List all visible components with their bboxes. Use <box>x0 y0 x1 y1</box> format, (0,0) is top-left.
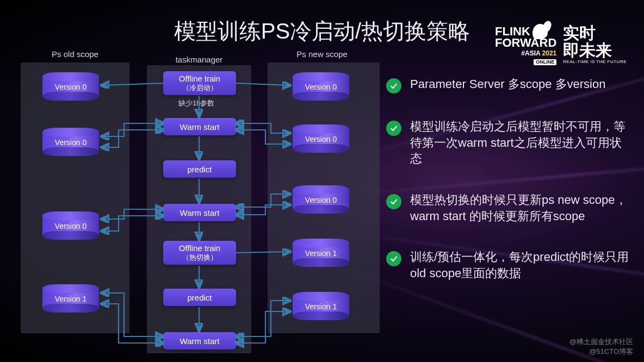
node-offline-hot: Offline train（热切换） <box>163 241 236 265</box>
cyl-label: Version 1 <box>42 295 99 303</box>
logo-online: ONLINE <box>534 59 556 65</box>
ps-old-v0-c: Version 0 <box>42 211 99 240</box>
ps-new-v1-b: Version 1 <box>293 292 349 320</box>
cyl-label: Version 0 <box>293 135 349 143</box>
cyl-label: Version 0 <box>42 222 99 230</box>
logo-cn-sub: REAL-TIME IS THE FUTURE <box>563 60 627 64</box>
logo-forward: FORWARD <box>495 37 556 49</box>
cyl-label: Version 1 <box>293 249 349 258</box>
node-predict-2: predict <box>163 289 236 306</box>
node-predict-1: predict <box>163 160 236 178</box>
ps-old-v0-a: Version 0 <box>42 72 99 101</box>
col-label-old: Ps old scope <box>21 49 129 59</box>
cyl-label: Version 0 <box>42 83 99 91</box>
cyl-label: Version 0 <box>293 196 349 204</box>
node-label: Offline train <box>179 244 220 253</box>
logo-year: 2021 <box>542 49 557 57</box>
watermark-line: @51CTO博客 <box>569 347 633 357</box>
node-offline-cold: Offline train（冷启动） <box>163 71 236 95</box>
bullet-text: 模型训练冷启动之后模型暂时不可用，等待第一次warm start之后模型进入可用… <box>410 118 633 167</box>
check-icon <box>386 121 401 136</box>
node-label: predict <box>187 293 212 302</box>
squirrel-icon <box>532 24 548 39</box>
event-logo: FLINK FORWARD #ASIA 2021 ONLINE 实时 即未来 R… <box>495 24 627 65</box>
bullet-text: 模型热切换的时候只更新ps new scope，warm start 的时候更新… <box>410 192 633 224</box>
node-sublabel: （冷启动） <box>182 83 218 93</box>
logo-cn-2: 即未来 <box>563 42 627 59</box>
ps-old-v0-b: Version 0 <box>42 128 99 156</box>
node-warm-1: Warm start <box>163 118 236 135</box>
bullet-item: 模型热切换的时候只更新ps new scope，warm start 的时候更新… <box>386 192 633 224</box>
cyl-label: Version 1 <box>293 302 349 311</box>
ps-new-v0-a: Version 0 <box>293 72 349 101</box>
bullet-item: Parameter Server 多scope 多version <box>386 76 633 93</box>
check-icon <box>386 194 401 209</box>
node-warm-2: Warm start <box>163 204 236 221</box>
node-label: predict <box>187 165 212 174</box>
node-warm-3: Warm start <box>163 332 236 349</box>
bullet-text: Parameter Server 多scope 多version <box>410 76 605 92</box>
node-label: Warm start <box>180 208 220 217</box>
ps-new-v0-b: Version 0 <box>293 124 349 153</box>
node-label: Warm start <box>180 122 220 132</box>
ps-old-v1: Version 1 <box>42 284 99 313</box>
node-label: Offline train <box>179 74 220 83</box>
logo-asia: #ASIA <box>521 49 540 57</box>
col-label-task: taskmanager <box>147 55 251 64</box>
note-missing: 缺少1h参数 <box>178 98 214 108</box>
cyl-label: Version 0 <box>293 83 349 91</box>
cyl-label: Version 0 <box>42 138 99 147</box>
node-sublabel: （热切换） <box>182 253 218 263</box>
bullet-item: 训练/预估一体化，每次predict的时候只用old scope里面的数据 <box>386 249 633 281</box>
diagram-stage: Ps old scope taskmanager Ps new scope Ve… <box>10 52 380 356</box>
col-label-new: Ps new scope <box>268 49 376 59</box>
bullet-item: 模型训练冷启动之后模型暂时不可用，等待第一次warm start之后模型进入可用… <box>386 118 633 167</box>
logo-cn-1: 实时 <box>563 24 627 42</box>
check-icon <box>386 78 401 93</box>
ps-new-v0-c: Version 0 <box>293 185 349 214</box>
bullet-list: Parameter Server 多scope 多version 模型训练冷启动… <box>386 76 633 282</box>
bullet-text: 训练/预估一体化，每次predict的时候只用old scope里面的数据 <box>410 249 633 281</box>
ps-new-v1-a: Version 1 <box>293 239 349 267</box>
watermark: @稀土掘金技术社区 @51CTO博客 <box>569 337 633 357</box>
check-icon <box>386 251 401 266</box>
watermark-line: @稀土掘金技术社区 <box>569 337 633 347</box>
node-label: Warm start <box>180 336 220 346</box>
